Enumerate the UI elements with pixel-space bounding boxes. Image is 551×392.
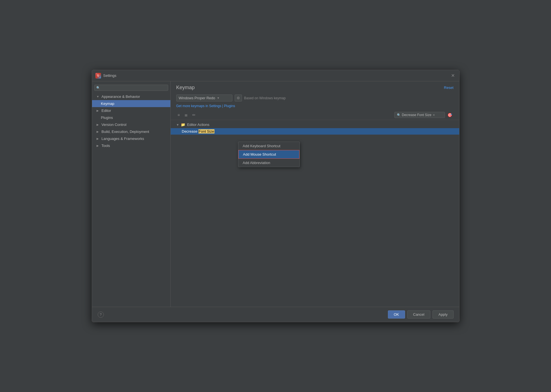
ok-button[interactable]: OK	[388, 310, 405, 319]
bottom-right: OK Cancel Apply	[388, 310, 454, 319]
keymap-description: Based on Windows keymap	[244, 96, 286, 100]
folder-icon: 📁	[181, 123, 185, 127]
arrow-icon: ▶	[97, 109, 100, 112]
panel-header: Keymap Reset	[171, 81, 459, 93]
sidebar-item-version-control[interactable]: ▶ Version Control	[92, 121, 170, 128]
cancel-button[interactable]: Cancel	[407, 310, 430, 319]
sidebar-item-label: Appearance & Behavior	[102, 94, 140, 99]
bottom-bar: ? OK Cancel Apply	[92, 307, 459, 322]
sidebar-item-label: Keymap	[101, 102, 115, 106]
sidebar-item-label: Version Control	[102, 123, 127, 127]
main-content: 🔍 ▼ Appearance & Behavior Keymap ▶ Edito…	[92, 81, 459, 307]
search-clear-button[interactable]: ✕	[433, 113, 435, 117]
dropdown-arrow-icon: ▼	[217, 96, 220, 100]
sidebar-item-label: Build, Execution, Deployment	[102, 130, 149, 134]
add-mouse-shortcut-item[interactable]: Add Mouse Shortcut	[238, 150, 299, 159]
sidebar-item-appearance-behavior[interactable]: ▼ Appearance & Behavior	[92, 93, 170, 100]
toolbar-left: ≡ ≣ ✏	[176, 112, 197, 118]
sidebar-item-editor[interactable]: ▶ Editor	[92, 107, 170, 114]
arrow-icon: ▶	[97, 130, 100, 133]
title-bar-left: U Settings	[95, 73, 116, 79]
arrow-icon: ▶	[97, 137, 100, 140]
tree-section-label: Editor Actions	[187, 123, 209, 127]
tree-section: ▼ 📁 Editor Actions Decrease Font Size Ad…	[171, 120, 459, 136]
search-icon: 🔍	[397, 113, 401, 117]
plugins-link-area: Get more keymaps in Settings | Plugins	[171, 103, 459, 110]
apply-button[interactable]: Apply	[433, 310, 454, 319]
keymap-dropdown[interactable]: Windows Proper Redo ▼	[176, 94, 232, 102]
arrow-icon: ▶	[97, 123, 100, 126]
expand-all-button[interactable]: ≡	[176, 112, 181, 118]
sidebar-item-plugins[interactable]: Plugins	[92, 114, 170, 121]
bottom-left: ?	[98, 312, 104, 318]
keymap-content: ▼ 📁 Editor Actions Decrease Font Size Ad…	[171, 120, 459, 307]
close-button[interactable]: ✕	[450, 73, 456, 79]
right-panel: Keymap Reset Windows Proper Redo ▼ ⚙ Bas…	[171, 81, 459, 307]
tree-item-name: Decrease Font Size	[182, 129, 454, 133]
help-button[interactable]: ?	[98, 312, 104, 318]
search-field[interactable]: 🔍 Decrease Font Size ✕	[394, 112, 445, 118]
arrow-icon: ▶	[97, 144, 100, 147]
sidebar-item-label: Languages & Frameworks	[102, 137, 144, 141]
app-icon: U	[95, 73, 101, 79]
toolbar-right: 🔍 Decrease Font Size ✕ 🎯	[394, 112, 454, 118]
tree-section-header[interactable]: ▼ 📁 Editor Actions	[171, 121, 459, 128]
sidebar-item-label: Tools	[102, 144, 110, 148]
panel-title: Keymap	[176, 85, 195, 91]
collapse-all-button[interactable]: ≣	[183, 112, 189, 118]
add-abbreviation-item[interactable]: Add Abbreviation	[238, 159, 299, 167]
sidebar-search-icon: 🔍	[96, 86, 100, 90]
title-bar: U Settings ✕	[92, 70, 459, 81]
arrow-icon: ▼	[97, 95, 100, 98]
keymap-name: Windows Proper Redo	[179, 96, 215, 100]
plugins-link[interactable]: Get more keymaps in Settings | Plugins	[176, 104, 235, 108]
sidebar-item-label: Plugins	[101, 116, 113, 120]
edit-button[interactable]: ✏	[191, 112, 197, 118]
sidebar-item-languages-frameworks[interactable]: ▶ Languages & Frameworks	[92, 135, 170, 142]
keymap-bar: Windows Proper Redo ▼ ⚙ Based on Windows…	[171, 93, 459, 103]
window-title: Settings	[103, 73, 116, 78]
sidebar-item-label: Editor	[102, 109, 111, 113]
reset-button[interactable]: Reset	[444, 86, 454, 90]
sidebar-search-input[interactable]	[101, 86, 166, 90]
settings-dialog: U Settings ✕ 🔍 ▼ Appearance & Behavior K…	[92, 70, 459, 322]
sidebar-search-box[interactable]: 🔍	[94, 85, 168, 91]
tree-item-prefix: Decrease	[182, 129, 198, 133]
sidebar-item-keymap[interactable]: Keymap	[92, 100, 170, 107]
gear-button[interactable]: ⚙	[235, 94, 242, 102]
sidebar-item-build-execution-deployment[interactable]: ▶ Build, Execution, Deployment	[92, 128, 170, 135]
search-field-text: Decrease Font Size	[402, 113, 431, 117]
tree-section-arrow-icon: ▼	[176, 123, 179, 126]
add-keyboard-shortcut-item[interactable]: Add Keyboard Shortcut	[238, 142, 299, 150]
tree-item-highlight: Font Size	[198, 129, 214, 133]
toolbar: ≡ ≣ ✏ 🔍 Decrease Font Size ✕ 🎯	[171, 110, 459, 120]
tree-item-decrease-font-size[interactable]: Decrease Font Size Add Keyboard Shortcut…	[171, 128, 459, 135]
sidebar-item-tools[interactable]: ▶ Tools	[92, 142, 170, 149]
context-menu: Add Keyboard Shortcut Add Mouse Shortcut…	[238, 142, 300, 167]
sidebar: 🔍 ▼ Appearance & Behavior Keymap ▶ Edito…	[92, 81, 171, 307]
highlight-button[interactable]: 🎯	[446, 112, 454, 118]
